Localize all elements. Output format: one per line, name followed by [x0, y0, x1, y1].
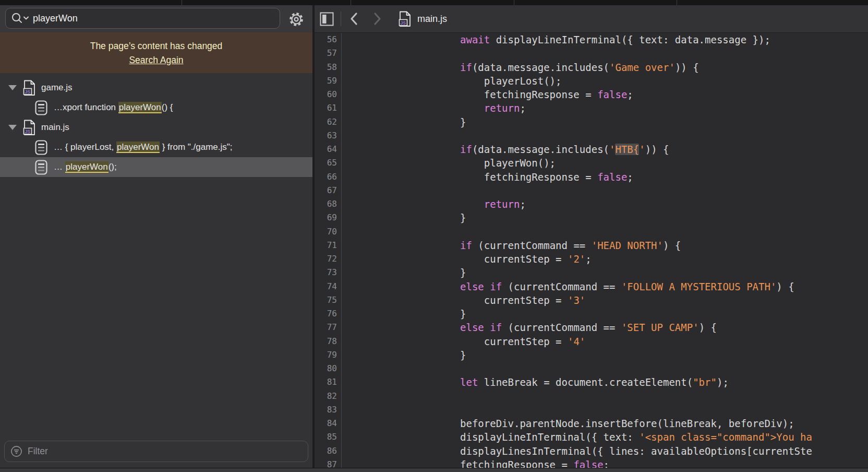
svg-text:JS: JS: [401, 20, 406, 25]
code-line: fetchingResponse = false;: [365, 458, 868, 468]
file-result-label: main.js: [41, 122, 69, 133]
text-snippet-icon: [34, 100, 48, 116]
code-line: return;: [365, 197, 868, 211]
text-snippet-icon: [34, 139, 48, 156]
line-number[interactable]: 72: [315, 252, 337, 266]
line-number[interactable]: 73: [315, 266, 337, 279]
file-result-row[interactable]: JSgame.js: [0, 78, 312, 98]
line-number[interactable]: 63: [315, 129, 337, 143]
tab-separator: [351, 0, 351, 5]
line-number[interactable]: 64: [315, 143, 337, 156]
code-line: if (currentCommand == 'HEAD NORTH') {: [365, 239, 868, 252]
code-line: let lineBreak = document.createElement("…: [365, 375, 868, 389]
line-number[interactable]: 61: [315, 101, 337, 115]
line-number[interactable]: 56: [315, 33, 337, 46]
nav-separator: [341, 11, 341, 26]
line-number[interactable]: 58: [315, 61, 337, 74]
tab-separator: [677, 0, 677, 5]
file-tab-label: main.js: [417, 14, 447, 25]
filter-bar: Filter: [0, 439, 312, 468]
line-number[interactable]: 70: [315, 225, 337, 239]
code-line: else if (currentCommand == 'FOLLOW A MYS…: [365, 280, 868, 293]
banner-message: The page’s content has changed: [0, 39, 312, 53]
line-number[interactable]: 60: [315, 88, 337, 101]
file-result-label: game.js: [41, 82, 73, 93]
line-number[interactable]: 83: [315, 403, 337, 417]
line-number[interactable]: 65: [315, 156, 337, 170]
filter-placeholder: Filter: [28, 446, 48, 457]
js-file-icon: JS: [398, 10, 412, 28]
code-line: }: [365, 266, 868, 279]
code-line: playerWon();: [365, 156, 868, 170]
chevron-left-icon: [348, 11, 360, 26]
search-query-text[interactable]: playerWon: [33, 13, 78, 24]
line-number[interactable]: 80: [315, 362, 337, 375]
code-content[interactable]: await displayLineInTerminal({ text: data…: [342, 33, 868, 468]
code-line: else if (currentCommand == 'SET UP CAMP'…: [365, 321, 868, 334]
search-results: JSgame.js …xport function playerWon() { …: [0, 73, 312, 439]
code-line: await displayLineInTerminal({ text: data…: [365, 33, 868, 46]
line-number[interactable]: 67: [315, 184, 337, 197]
code-editor[interactable]: 5657585960616263646566676869707172737475…: [315, 33, 868, 468]
line-number[interactable]: 81: [315, 375, 337, 389]
search-input[interactable]: playerWon: [5, 8, 280, 29]
code-line: currentStep = '4': [365, 335, 868, 348]
js-file-icon: JS: [22, 119, 37, 136]
match-result-row[interactable]: … playerWon();: [0, 157, 312, 177]
match-result-text: … playerWon();: [54, 162, 117, 172]
file-tab-main-js[interactable]: JS main.js: [398, 10, 447, 28]
match-result-text: …xport function playerWon() {: [54, 102, 173, 113]
line-number[interactable]: 86: [315, 444, 337, 458]
code-line: [365, 129, 868, 143]
text-snippet-icon: [34, 159, 48, 175]
match-result-row[interactable]: … { playerLost, playerWon } from "./game…: [0, 137, 312, 157]
code-line: currentStep = '3': [365, 293, 868, 307]
line-number[interactable]: 84: [315, 417, 337, 430]
code-line: return;: [365, 101, 868, 115]
code-line: displayLineInTerminal({ text: '<span cla…: [365, 430, 868, 444]
line-number[interactable]: 75: [315, 293, 337, 307]
back-button[interactable]: [348, 11, 360, 26]
disclosure-triangle-icon[interactable]: [8, 125, 17, 130]
chevron-right-icon: [371, 11, 383, 26]
code-line: [365, 46, 868, 60]
line-number[interactable]: 59: [315, 74, 337, 88]
inspector-window: playerWon The page’s content has changed…: [0, 5, 868, 468]
line-number[interactable]: 68: [315, 197, 337, 211]
file-result-row[interactable]: JSmain.js: [0, 117, 312, 137]
filter-input[interactable]: Filter: [4, 441, 308, 462]
line-number-gutter[interactable]: 5657585960616263646566676869707172737475…: [315, 33, 342, 468]
tab-separator: [514, 0, 514, 5]
match-highlight: playerWon: [116, 141, 160, 153]
line-number[interactable]: 69: [315, 211, 337, 225]
line-number[interactable]: 76: [315, 307, 337, 321]
source-nav-bar: JS main.js: [315, 5, 868, 33]
forward-button[interactable]: [371, 11, 383, 26]
line-number[interactable]: 77: [315, 321, 337, 334]
search-settings-button[interactable]: [287, 10, 305, 28]
line-number[interactable]: 87: [315, 458, 337, 468]
line-number[interactable]: 79: [315, 348, 337, 362]
sidebar-toggle-button[interactable]: [319, 11, 334, 27]
search-again-link[interactable]: Search Again: [129, 55, 183, 65]
bottom-status-strip: [0, 468, 868, 472]
line-number[interactable]: 74: [315, 280, 337, 293]
svg-text:JS: JS: [25, 89, 31, 94]
source-panel: JS main.js 56575859606162636465666768697…: [315, 5, 868, 468]
search-header-bar: playerWon: [0, 5, 312, 32]
code-line: [365, 390, 868, 403]
line-number[interactable]: 57: [315, 46, 337, 60]
code-line: }: [365, 211, 868, 225]
search-icon[interactable]: [11, 12, 30, 25]
disclosure-triangle-icon[interactable]: [8, 85, 17, 90]
line-number[interactable]: 78: [315, 335, 337, 348]
match-result-row[interactable]: …xport function playerWon() {: [0, 98, 312, 117]
search-sidebar: playerWon The page’s content has changed…: [0, 5, 312, 468]
match-highlight: playerWon: [118, 102, 162, 113]
code-line: currentStep = '2';: [365, 252, 868, 266]
line-number[interactable]: 85: [315, 430, 337, 444]
line-number[interactable]: 71: [315, 239, 337, 252]
line-number[interactable]: 66: [315, 170, 337, 184]
line-number[interactable]: 82: [315, 390, 337, 403]
line-number[interactable]: 62: [315, 115, 337, 129]
